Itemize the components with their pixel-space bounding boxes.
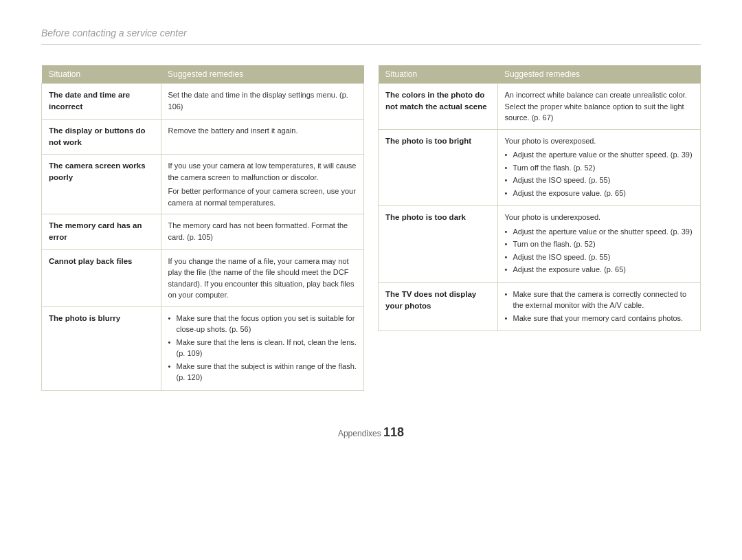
remedy-cell: If you change the name of a file, your c… xyxy=(161,249,363,306)
situation-cell: The memory card has an error xyxy=(42,214,161,250)
table-row: The date and time are incorrectSet the d… xyxy=(42,84,364,120)
bullet-item: Make sure that the subject is within ran… xyxy=(168,361,357,383)
table-row: The photo is blurryMake sure that the fo… xyxy=(42,306,364,390)
bullet-item: Make sure that your memory card contains… xyxy=(505,313,693,324)
bullet-item: Adjust the ISO speed. (p. 55) xyxy=(505,251,693,263)
left-col1-header: Situation xyxy=(42,65,161,84)
footer-page: 118 xyxy=(383,425,404,439)
bullet-item: Adjust the exposure value. (p. 65) xyxy=(505,264,693,276)
table-row: The photo is too brightYour photo is ove… xyxy=(379,129,701,206)
remedy-cell: Remove the battery and insert it again. xyxy=(161,119,363,155)
situation-cell: The photo is too dark xyxy=(379,206,498,283)
right-table: Situation Suggested remedies The colors … xyxy=(378,65,701,331)
table-row: The photo is too darkYour photo is under… xyxy=(379,206,701,283)
left-table: Situation Suggested remedies The date an… xyxy=(41,65,364,391)
remedy-cell: If you use your camera at low temperatur… xyxy=(161,155,363,214)
footer: Appendixes 118 xyxy=(41,425,701,440)
right-col1-header: Situation xyxy=(379,65,498,84)
remedy-cell: Your photo is underexposed.Adjust the ap… xyxy=(497,206,700,283)
remedy-cell: An incorrect white balance can create un… xyxy=(497,84,700,130)
bullet-item: Make sure that the lens is clean. If not… xyxy=(168,337,357,359)
bullet-item: Adjust the aperture value or the shutter… xyxy=(505,226,693,238)
page-title: Before contacting a service center xyxy=(41,27,701,45)
situation-cell: The display or buttons do not work xyxy=(42,119,161,155)
bullet-item: Turn off the flash. (p. 52) xyxy=(505,162,693,174)
table-row: Cannot play back filesIf you change the … xyxy=(42,249,364,306)
left-col2-header: Suggested remedies xyxy=(161,65,363,84)
situation-cell: The TV does not display your photos xyxy=(379,282,498,331)
table-row: The display or buttons do not workRemove… xyxy=(42,119,364,155)
bullet-item: Make sure that the focus option you set … xyxy=(168,313,357,335)
situation-cell: The photo is blurry xyxy=(42,306,161,390)
table-row: The TV does not display your photosMake … xyxy=(379,282,701,331)
situation-cell: Cannot play back files xyxy=(42,249,161,306)
situation-cell: The photo is too bright xyxy=(379,129,498,206)
bullet-item: Adjust the aperture value or the shutter… xyxy=(505,149,693,161)
situation-cell: The camera screen works poorly xyxy=(42,155,161,214)
table-row: The camera screen works poorlyIf you use… xyxy=(42,155,364,214)
remedy-cell: Make sure that the camera is correctly c… xyxy=(497,282,700,331)
remedy-cell: Set the date and time in the display set… xyxy=(161,84,363,120)
bullet-item: Adjust the ISO speed. (p. 55) xyxy=(505,175,693,186)
remedy-cell: Make sure that the focus option you set … xyxy=(161,306,363,390)
situation-cell: The date and time are incorrect xyxy=(42,84,161,120)
right-col2-header: Suggested remedies xyxy=(497,65,700,84)
footer-label: Appendixes xyxy=(338,429,381,438)
remedy-cell: The memory card has not been formatted. … xyxy=(161,214,363,250)
remedy-cell: Your photo is overexposed.Adjust the ape… xyxy=(497,129,700,206)
bullet-item: Adjust the exposure value. (p. 65) xyxy=(505,188,693,199)
table-row: The memory card has an errorThe memory c… xyxy=(42,214,364,250)
bullet-item: Turn on the flash. (p. 52) xyxy=(505,238,693,250)
table-row: The colors in the photo do not match the… xyxy=(379,84,701,130)
bullet-item: Make sure that the camera is correctly c… xyxy=(505,289,693,311)
situation-cell: The colors in the photo do not match the… xyxy=(379,84,498,130)
